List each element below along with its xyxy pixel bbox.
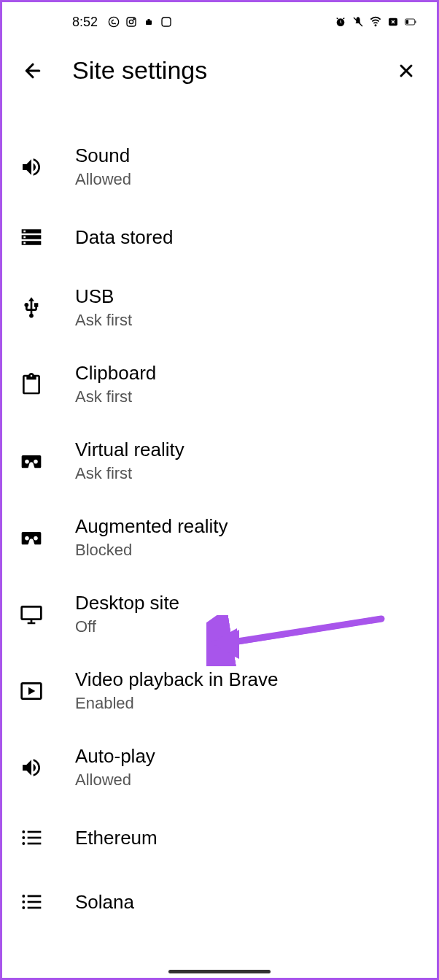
- svg-point-0: [109, 17, 118, 26]
- ar-icon: [20, 526, 43, 549]
- vr-icon: [20, 450, 43, 473]
- clipboard-icon: [20, 373, 43, 396]
- setting-subtitle: Ask first: [75, 311, 132, 330]
- setting-subtitle: Ask first: [75, 387, 156, 406]
- svg-point-19: [22, 895, 25, 898]
- autoplay-icon: [20, 756, 43, 779]
- setting-title: Data stored: [75, 226, 173, 249]
- svg-rect-23: [28, 901, 42, 903]
- svg-point-15: [22, 842, 25, 845]
- svg-rect-12: [22, 606, 42, 619]
- svg-rect-11: [415, 20, 416, 23]
- alarm-icon: [335, 16, 346, 28]
- setting-title: Sound: [75, 144, 131, 167]
- setting-subtitle: Ask first: [75, 464, 184, 483]
- app-icon: [143, 16, 155, 28]
- setting-title: USB: [75, 285, 132, 308]
- video-icon: [20, 679, 43, 703]
- list-icon: [20, 890, 43, 914]
- setting-desktop-site[interactable]: Desktop site Off: [2, 576, 437, 652]
- setting-auto-play[interactable]: Auto-play Allowed: [2, 729, 437, 806]
- setting-title: Augmented reality: [75, 515, 228, 538]
- setting-title: Auto-play: [75, 745, 155, 768]
- setting-title: Solana: [75, 891, 134, 914]
- svg-point-14: [22, 836, 25, 839]
- setting-ar[interactable]: Augmented reality Blocked: [2, 499, 437, 576]
- setting-subtitle: Blocked: [75, 541, 228, 560]
- setting-title: Ethereum: [75, 827, 158, 849]
- setting-ethereum[interactable]: Ethereum: [2, 806, 437, 870]
- header: Site settings: [2, 42, 437, 99]
- back-button[interactable]: [20, 58, 46, 84]
- setting-video-playback[interactable]: Video playback in Brave Enabled: [2, 652, 437, 729]
- home-indicator[interactable]: [168, 970, 271, 973]
- setting-subtitle: Off: [75, 617, 179, 636]
- sound-icon: [20, 155, 43, 179]
- svg-point-21: [22, 906, 25, 909]
- setting-subtitle: Allowed: [75, 170, 131, 189]
- setting-usb[interactable]: USB Ask first: [2, 269, 437, 346]
- close-button[interactable]: [393, 58, 419, 84]
- status-time: 8:52: [72, 15, 98, 30]
- setting-title: Clipboard: [75, 362, 156, 385]
- setting-subtitle: Allowed: [75, 771, 155, 790]
- settings-list: Sound Allowed Data stored USB Ask first: [2, 99, 437, 934]
- setting-sound[interactable]: Sound Allowed: [2, 128, 437, 205]
- setting-solana[interactable]: Solana: [2, 870, 437, 934]
- svg-rect-6: [162, 18, 171, 26]
- mute-icon: [352, 16, 364, 28]
- setting-title: Virtual reality: [75, 439, 184, 461]
- desktop-icon: [20, 603, 43, 626]
- wifi-icon: [370, 16, 381, 28]
- close-app-icon: [387, 16, 399, 28]
- svg-rect-4: [146, 20, 152, 25]
- setting-title: Video playback in Brave: [75, 668, 278, 691]
- svg-point-3: [133, 19, 134, 20]
- svg-rect-17: [28, 837, 42, 839]
- svg-point-2: [129, 20, 133, 23]
- whatsapp-icon: [108, 16, 120, 28]
- setting-title: Desktop site: [75, 592, 179, 614]
- setting-data-stored[interactable]: Data stored: [2, 205, 437, 269]
- svg-rect-10: [406, 20, 408, 24]
- storage-icon: [20, 225, 43, 249]
- status-bar: 8:52: [2, 2, 437, 42]
- setting-vr[interactable]: Virtual reality Ask first: [2, 423, 437, 499]
- setting-clipboard[interactable]: Clipboard Ask first: [2, 346, 437, 423]
- page-title: Site settings: [72, 56, 367, 85]
- usb-icon: [20, 296, 43, 320]
- instagram-icon: [125, 16, 137, 28]
- svg-rect-18: [28, 843, 42, 845]
- svg-point-13: [22, 830, 25, 833]
- svg-rect-16: [28, 831, 42, 833]
- app-icon-2: [160, 16, 172, 28]
- list-icon: [20, 826, 43, 849]
- setting-subtitle: Enabled: [75, 694, 278, 713]
- svg-rect-5: [148, 19, 150, 20]
- svg-point-20: [22, 900, 25, 903]
- battery-icon: [405, 16, 416, 28]
- svg-rect-22: [28, 895, 42, 898]
- svg-rect-24: [28, 907, 42, 909]
